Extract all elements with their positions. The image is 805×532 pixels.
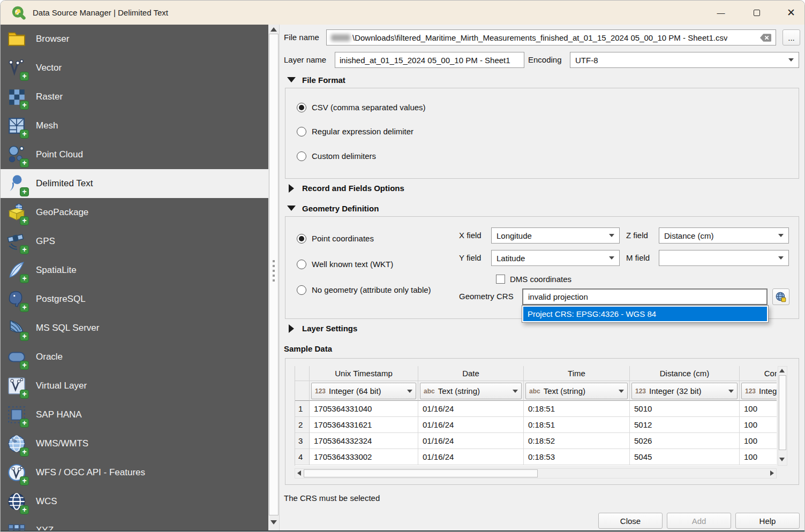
type-select-distance[interactable]: 123Integer (32 bit) [631,383,738,399]
add-badge-icon: + [20,303,29,312]
sidebar-item-raster[interactable]: + Raster [1,82,268,111]
sidebar-item-gps[interactable]: + GPS [1,227,268,256]
sidebar-item-vector[interactable]: + Vector [1,54,268,82]
sidebar-item-oracle[interactable]: + Oracle [1,343,268,371]
section-geometry-definition[interactable]: Geometry Definition [302,204,379,213]
collapse-caret-icon[interactable] [287,77,296,82]
section-record-fields-options[interactable]: Record and Fields Options [302,184,404,193]
add-badge-icon: + [20,361,29,370]
radio-regexp-delimiter[interactable] [297,127,306,136]
expand-caret-icon[interactable] [289,324,294,333]
splitter-handle[interactable] [273,279,275,282]
maximize-button[interactable] [744,1,769,25]
expand-caret-icon[interactable] [289,184,294,193]
browse-file-button[interactable]: ... [783,29,800,45]
splitter-handle[interactable] [273,270,275,272]
close-button[interactable]: Close [598,513,663,529]
table-vertical-scrollbar[interactable] [778,366,787,466]
select-crs-button[interactable] [772,288,789,305]
mesh-layer-icon: + [5,114,28,138]
sidebar-item-xyz[interactable]: + XYZ [1,516,268,530]
z-field-select[interactable]: Distance (cm) [659,227,789,244]
geopackage-icon: + [5,201,28,224]
m-field-select[interactable] [659,250,789,266]
scroll-up-arrow-icon[interactable] [270,27,277,32]
scroll-left-arrow-icon[interactable] [297,470,301,476]
sidebar-item-sap-hana[interactable]: + SAP HANA [1,400,268,429]
cell: 01/16/24 [418,449,524,465]
sidebar-item-label: WMS/WMTS [36,438,88,449]
row-number: 3 [295,433,310,449]
sidebar-item-label: Browser [36,34,69,44]
content-vertical-scrollbar[interactable] [268,25,280,530]
radio-custom-delimiters[interactable] [297,151,306,161]
scroll-up-arrow-icon[interactable] [779,369,785,373]
file-name-input[interactable]: \Downloads\filtered_Maritime_Mirth_Measu… [326,29,776,45]
encoding-select[interactable]: UTF-8 [570,52,799,68]
sidebar-item-point-cloud[interactable]: + Point Cloud [1,140,268,169]
sidebar-item-browser[interactable]: Browser [1,25,268,54]
sidebar-item-wfs-ogc-api-features[interactable]: + WFS / OGC API - Features [1,458,268,487]
sidebar-item-label: Mesh [36,120,58,131]
sidebar-item-mesh[interactable]: + Mesh [1,111,268,140]
sidebar-item-wcs[interactable]: + WCS [1,487,268,516]
splitter-handle[interactable] [273,260,275,262]
sidebar-item-wms-wmts[interactable]: + WMS/WMTS [1,429,268,458]
maximize-icon [754,10,760,16]
scrollbar-thumb[interactable] [304,469,538,477]
chevron-down-icon [728,390,734,393]
type-label: Integ [759,386,777,396]
scroll-down-arrow-icon[interactable] [270,520,277,525]
type-select-con[interactable]: 123Integ [741,383,777,399]
radio-wkt[interactable] [297,260,306,269]
y-field-label: Y field [459,253,481,263]
y-field-select[interactable]: Latitude [491,250,620,266]
scroll-right-arrow-icon[interactable] [770,470,774,476]
redacted-path-prefix [331,34,350,41]
collapse-caret-icon[interactable] [287,206,296,211]
x-field-label: X field [459,230,482,241]
section-file-format[interactable]: File Format [302,75,345,85]
cell: 5026 [630,433,740,449]
vector-layer-icon: + [5,56,28,80]
sidebar-item-delimited-text[interactable]: + Delimited Text [1,169,268,198]
sidebar-item-virtual-layer[interactable]: + Virtual Layer [1,371,268,400]
radio-point-coordinates[interactable] [297,234,306,244]
dms-coordinates-checkbox[interactable] [496,275,505,284]
column-header: Unix Timestamp [310,366,418,381]
geometry-crs-combobox[interactable]: invalid projection [522,288,768,305]
scrollbar-thumb[interactable] [779,375,786,450]
corner-header-cell [295,366,310,381]
sidebar-item-ms-sql-server[interactable]: + MS SQL Server [1,314,268,343]
type-select-date[interactable]: abcText (string) [420,383,522,399]
splitter-handle[interactable] [273,265,275,267]
x-field-select[interactable]: Longitude [491,227,620,244]
help-button[interactable]: Help [735,513,800,529]
layer-name-input[interactable]: inished_at_01_15_2024 05_00_10 PM - Shee… [335,52,524,68]
add-badge-icon: + [20,332,29,341]
cell: 100 [740,401,777,417]
sidebar-item-geopackage[interactable]: + GeoPackage [1,198,268,227]
m-field-label: M field [626,253,650,263]
radio-csv[interactable] [297,103,306,112]
crs-option-project-crs[interactable]: Project CRS: EPSG:4326 - WGS 84 [523,307,767,321]
sample-data-table-frame: Unix Timestamp Date Time Distance (cm) C… [285,358,799,485]
table-header-row: Unix Timestamp Date Time Distance (cm) C… [295,366,777,381]
close-window-button[interactable]: ✕ [779,1,803,25]
radio-no-geometry[interactable] [297,285,306,295]
scroll-down-arrow-icon[interactable] [779,458,785,461]
table-horizontal-scrollbar[interactable] [295,468,777,478]
minimize-button[interactable]: — [709,1,733,25]
sidebar-item-spatialite[interactable]: + SpatiaLite [1,256,268,285]
add-button[interactable]: Add [667,513,731,529]
sidebar-item-postgresql[interactable]: + PostgreSQL [1,285,268,314]
sidebar-item-label: XYZ [36,525,54,530]
layer-name-label: Layer name [284,52,326,68]
splitter-handle[interactable] [273,275,275,277]
geometry-crs-value: invalid projection [528,292,588,301]
section-layer-settings[interactable]: Layer Settings [302,324,357,333]
type-select-time[interactable]: abcText (string) [525,383,628,399]
type-select-unix-timestamp[interactable]: 123Integer (64 bit) [311,383,416,399]
sidebar-item-label: Point Cloud [36,149,83,160]
clear-icon[interactable] [760,34,771,42]
